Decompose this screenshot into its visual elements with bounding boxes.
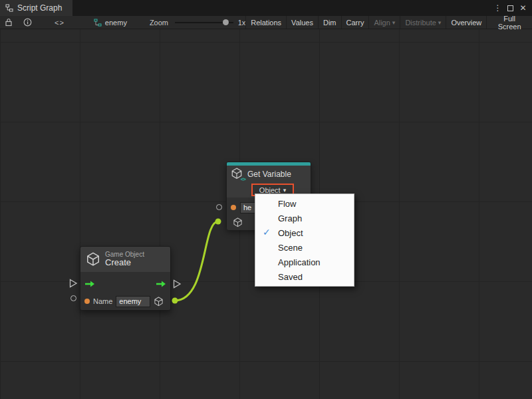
flow-row [80,275,170,293]
flow-in-arrow-icon[interactable] [84,280,95,288]
create-node-header[interactable]: Game Object Create [80,247,170,272]
graph-icon [94,19,102,27]
flow-input-port[interactable] [69,279,78,288]
carry-button[interactable]: Carry [341,16,369,29]
values-button[interactable]: Values [286,16,318,29]
lock-button[interactable] [2,17,15,29]
relations-button[interactable]: Relations [245,16,286,29]
value-port-dot-icon[interactable] [231,205,236,210]
chevron-down-icon: ▾ [283,187,287,194]
variable-kind-menu: Flow Graph ✓ Object Scene Application Sa… [255,194,354,287]
value-port-dot-icon[interactable] [84,299,90,304]
name-label: Name [93,297,112,305]
zoom-slider-thumb[interactable] [223,19,229,25]
graph-toolbar: <> enemy Zoom 1x Relations Values Dim Ca… [0,16,532,29]
name-input[interactable] [116,296,150,307]
flow-out-arrow-icon[interactable] [156,280,166,288]
flow-output-port[interactable] [173,279,182,289]
toolbar-buttons: Relations Values Dim Carry Align ▾ Distr… [245,16,532,29]
tab-script-graph[interactable]: Script Graph [0,0,72,16]
variable-cube-icon: <> [231,168,244,181]
close-icon[interactable]: ✕ [517,3,529,14]
menu-item-scene[interactable]: Scene [255,240,354,255]
menu-item-application[interactable]: Application [255,255,354,269]
menu-item-flow[interactable]: Flow [255,196,354,211]
full-screen-button[interactable]: Full Screen [486,16,532,29]
node-title: Get Variable [247,170,291,179]
titlebar-controls: ⋮ ✕ [492,3,532,14]
align-button[interactable]: Align ▾ [368,16,400,29]
zoom-slider[interactable] [175,18,233,27]
game-object-cube-icon [86,252,100,267]
info-icon [23,18,32,27]
graph-name: enemy [105,19,127,27]
lock-icon [5,18,13,27]
game-object-create-node[interactable]: Game Object Create [80,246,171,311]
code-button[interactable]: <> [52,17,67,29]
chevron-down-icon: ▾ [438,19,442,26]
value-input-port[interactable] [70,295,76,301]
menu-item-graph[interactable]: Graph [255,211,354,225]
graph-canvas[interactable]: <> Get Variable Object ▾ [0,29,532,399]
get-variable-header[interactable]: <> Get Variable [227,166,311,182]
window-menu-icon[interactable]: ⋮ [492,3,503,14]
node-title: Create [105,258,144,268]
menu-item-object[interactable]: ✓ Object [255,225,354,240]
window-titlebar: Script Graph ⋮ ✕ [0,0,532,16]
check-icon: ✓ [263,227,271,237]
chevron-down-icon: ▾ [392,19,396,26]
tab-title: Script Graph [17,3,62,13]
cube-icon [154,297,164,307]
create-node-body: Name [80,272,170,309]
overview-button[interactable]: Overview [446,16,486,29]
script-graph-icon [5,4,13,12]
name-row: Name [80,293,170,309]
distribute-button[interactable]: Distribute ▾ [400,16,446,29]
maximize-icon[interactable] [505,3,516,14]
zoom-value: 1x [238,19,246,27]
dim-button[interactable]: Dim [318,16,341,29]
graph-breadcrumb[interactable]: enemy [94,19,127,27]
cube-icon [233,217,243,227]
zoom-label: Zoom [150,19,168,27]
value-input-port[interactable] [216,204,222,210]
menu-item-saved[interactable]: Saved [255,269,354,284]
info-button[interactable] [21,17,35,29]
code-icon: <> [55,19,65,27]
